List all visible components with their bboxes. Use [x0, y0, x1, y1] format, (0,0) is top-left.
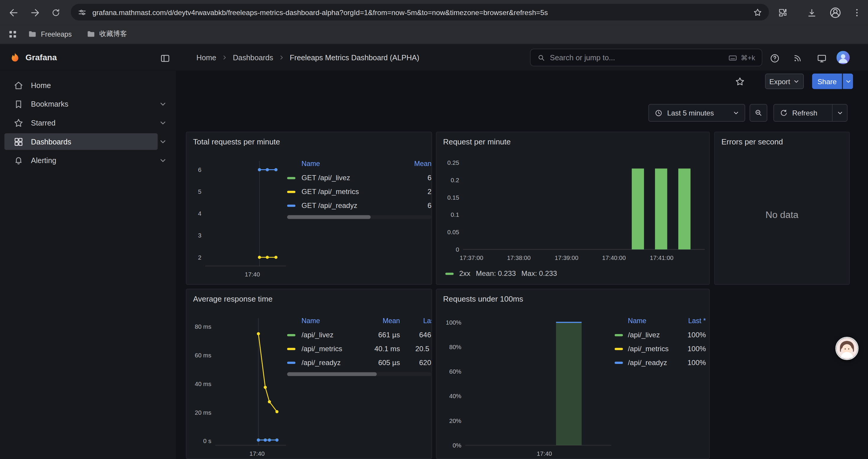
menu-button[interactable] [850, 6, 864, 20]
apps-grid-button[interactable] [8, 29, 18, 39]
series-name[interactable]: GET /api/_readyz [302, 201, 399, 210]
legend-row: /api/_metrics 100% [615, 342, 706, 356]
legend-col-name[interactable]: Name [302, 160, 399, 167]
search-placeholder: Search or jump to... [550, 54, 728, 62]
panel-title[interactable]: Request per minute [443, 137, 511, 146]
line-chart[interactable]: 80 ms60 ms40 ms20 ms0 s17:40 [190, 314, 287, 459]
bookmark-star-icon[interactable] [753, 7, 762, 17]
panel-title[interactable]: Total requests per minute [193, 137, 280, 146]
scrollbar-thumb[interactable] [287, 372, 377, 376]
panel-title[interactable]: Requests under 100ms [443, 294, 523, 303]
sidebar-toggle-button[interactable] [158, 52, 172, 65]
chevron-down-icon[interactable] [159, 157, 167, 165]
zoom-out-button[interactable] [749, 104, 767, 122]
breadcrumb-dashboards[interactable]: Dashboards [233, 54, 273, 62]
series-name[interactable]: /api/_livez [302, 331, 361, 339]
kiosk-mode-button[interactable] [815, 52, 828, 65]
home-icon [13, 80, 24, 91]
sidebar-item-bookmarks[interactable]: Bookmarks [4, 96, 158, 112]
legend-col-mean[interactable]: Mean [361, 317, 400, 325]
monitor-icon [816, 53, 827, 64]
series-name[interactable]: GET /api/_livez [302, 174, 399, 182]
sidebar-item-dashboards[interactable]: Dashboards [4, 133, 158, 150]
assistant-avatar[interactable] [835, 337, 859, 360]
breadcrumb-home[interactable]: Home [196, 54, 216, 62]
series-mean: 6 [398, 201, 431, 210]
series-name[interactable]: GET /api/_metrics [302, 188, 399, 196]
panel-title[interactable]: Errors per second [721, 137, 783, 146]
apps-grid-icon [8, 29, 18, 39]
legend-col-name[interactable]: Name [302, 317, 361, 325]
svg-text:0: 0 [456, 246, 459, 253]
series-name[interactable]: /api/_readyz [628, 358, 676, 366]
bell-icon [13, 155, 24, 166]
sidebar-item-starred[interactable]: Starred [4, 114, 158, 131]
bar-chart[interactable]: 100%80%60%40%20%0%17:40 [441, 314, 612, 459]
refresh-label: Refresh [792, 109, 817, 117]
favorite-dashboard-button[interactable] [732, 73, 747, 89]
downloads-button[interactable] [804, 6, 819, 20]
svg-text:0 s: 0 s [203, 437, 211, 444]
panel-total-requests-per-minute: Total requests per minute 6543217:40 Nam… [186, 132, 432, 285]
news-button[interactable] [791, 52, 804, 65]
panel-legend: NameMean GET /api/_livez 6 GET /api/_met… [287, 157, 432, 219]
export-button[interactable]: Export [765, 73, 804, 89]
legend-col-last[interactable]: Last * [676, 317, 706, 325]
chevron-down-icon[interactable] [159, 138, 167, 146]
series-name[interactable]: /api/_readyz [302, 358, 361, 366]
line-chart[interactable]: 6543217:40 [190, 157, 287, 280]
grafana-logo[interactable] [8, 51, 22, 65]
caret-down-icon [837, 110, 843, 116]
address-bar[interactable]: grafana.mathmast.com/d/deytv4rwavabkb/fr… [71, 4, 769, 21]
time-range-picker[interactable]: Last 5 minutes [649, 104, 745, 122]
chevron-down-icon[interactable] [159, 101, 167, 108]
reload-button[interactable] [49, 6, 63, 20]
search-shortcut: ⌘+k [741, 54, 755, 62]
sidebar-item-alerting[interactable]: Alerting [4, 152, 158, 169]
user-avatar[interactable] [836, 51, 850, 64]
refresh-button[interactable]: Refresh [774, 104, 832, 121]
svg-text:17:40: 17:40 [249, 450, 265, 457]
back-button[interactable] [6, 6, 21, 20]
sidebar-item-home[interactable]: Home [4, 77, 158, 93]
share-dropdown-button[interactable] [843, 73, 853, 89]
svg-text:17:38:00: 17:38:00 [507, 254, 531, 261]
panel-request-per-minute: Request per minute 0.250.20.150.10.05017… [436, 132, 710, 285]
series-swatch [287, 204, 296, 206]
legend-col-name[interactable]: Name [628, 317, 676, 325]
series-name[interactable]: /api/_livez [628, 331, 676, 339]
series-mean: Mean: 0.233 [476, 269, 516, 277]
extensions-button[interactable] [776, 6, 790, 20]
site-settings-icon[interactable] [78, 7, 87, 17]
search-icon [537, 54, 546, 62]
refresh-interval-dropdown[interactable] [832, 104, 847, 121]
svg-text:17:40:00: 17:40:00 [602, 254, 626, 261]
series-mean: 661 µs [361, 331, 400, 339]
chevron-down-icon[interactable] [159, 119, 167, 127]
series-name[interactable]: /api/_metrics [302, 345, 361, 353]
profile-button[interactable] [828, 5, 843, 21]
legend-col-mean[interactable]: Mean [398, 160, 431, 167]
series-name[interactable]: /api/_metrics [628, 345, 676, 353]
bookmark-folder-freeleaps[interactable]: Freeleaps [23, 27, 76, 41]
series-mean: 2 [398, 188, 431, 196]
series-last: 620 µs [400, 358, 432, 366]
legend-scrollbar [287, 215, 432, 219]
help-button[interactable] [768, 52, 781, 65]
series-swatch [615, 362, 623, 364]
forward-button[interactable] [28, 6, 42, 20]
dashboard-canvas: Export Share Last 5 minutes Refresh [176, 71, 868, 459]
keyboard-icon [728, 53, 737, 62]
search-input[interactable]: Search or jump to... ⌘+k [530, 49, 762, 66]
scrollbar-thumb[interactable] [287, 215, 371, 219]
svg-text:3: 3 [198, 232, 201, 239]
series-name[interactable]: 2xx [459, 269, 470, 277]
series-swatch [287, 348, 296, 350]
caret-down-icon [845, 78, 851, 85]
panel-title[interactable]: Average response time [193, 294, 273, 303]
bookmark-folder-blogs[interactable]: 收藏博客 [82, 27, 131, 41]
legend-col-last[interactable]: Last * [400, 317, 432, 325]
bar-chart[interactable]: 0.250.20.150.10.05017:37:0017:38:0017:39… [441, 155, 706, 264]
panel-legend: 2xx Mean: 0.233 Max: 0.233 [445, 269, 557, 277]
share-button[interactable]: Share [812, 73, 842, 89]
